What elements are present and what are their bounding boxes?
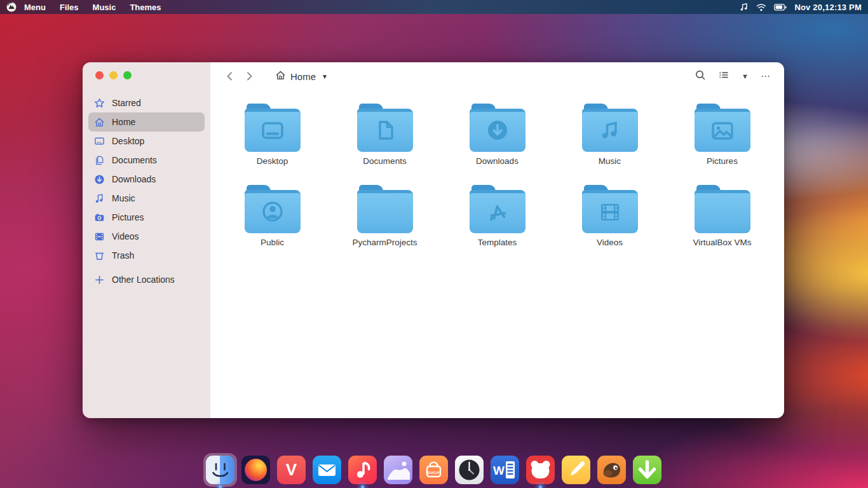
downloader-icon — [633, 456, 661, 484]
distro-logo-icon[interactable] — [6, 2, 17, 12]
sidebar-item-home[interactable]: Home — [88, 112, 205, 132]
dock-notes[interactable] — [562, 456, 590, 484]
location-breadcrumb[interactable]: Home ▼ — [275, 70, 328, 83]
folder-music[interactable]: Music — [553, 104, 666, 166]
dock-clock[interactable] — [455, 456, 484, 484]
top-menu-bar: Menu Files Music Themes Nov 20,12:13 PM — [0, 0, 868, 14]
menubar-item-themes[interactable]: Themes — [130, 3, 161, 12]
sidebar-item-videos[interactable]: Videos — [88, 227, 205, 246]
document-emblem-icon — [370, 117, 400, 147]
plus-icon — [94, 274, 105, 285]
running-indicator — [219, 485, 222, 488]
folder-documents[interactable]: Documents — [329, 104, 441, 166]
music-emblem-icon — [595, 117, 625, 147]
sidebar-item-desktop[interactable]: Desktop — [88, 132, 205, 151]
music-note-icon — [94, 193, 105, 204]
folder-virtualbox-vms[interactable]: VirtualBox VMs — [666, 185, 778, 247]
folder-label: Downloads — [476, 156, 519, 166]
home-icon — [94, 117, 105, 128]
main-pane: Home ▼ ▼ ⋯ Desktop Docum — [210, 62, 784, 418]
folder-pictures[interactable]: Pictures — [666, 104, 778, 166]
menubar-item-files[interactable]: Files — [60, 3, 79, 12]
folder-icon — [582, 185, 638, 233]
vivaldi-icon: V — [277, 456, 306, 484]
panda-app-icon — [526, 456, 555, 484]
folder-label: Videos — [597, 238, 623, 247]
menubar-clock[interactable]: Nov 20,12:13 PM — [794, 3, 862, 12]
dock-photos[interactable] — [384, 456, 412, 484]
folder-label: Templates — [478, 238, 517, 247]
notes-icon — [562, 456, 590, 484]
camera-icon — [94, 212, 105, 223]
sidebar-item-downloads[interactable]: Downloads — [88, 170, 205, 189]
folder-desktop[interactable]: Desktop — [216, 104, 329, 166]
toolbar-actions: ▼ ⋯ — [695, 69, 771, 83]
dock-app-store[interactable]: SHOP — [419, 456, 448, 484]
list-view-button[interactable] — [718, 69, 729, 83]
sidebar-item-other-locations[interactable]: Other Locations — [88, 270, 205, 289]
window-controls — [83, 70, 210, 79]
folder-videos[interactable]: Videos — [553, 185, 666, 247]
forward-button[interactable] — [242, 69, 256, 83]
folder-icon — [582, 104, 638, 152]
folder-pycharmprojects[interactable]: PycharmProjects — [329, 185, 441, 247]
templates-emblem-icon — [483, 198, 512, 229]
folder-icon — [245, 185, 301, 233]
sidebar-item-label: Other Locations — [112, 274, 175, 285]
menubar-item-music[interactable]: Music — [93, 3, 116, 12]
close-button[interactable] — [95, 71, 104, 79]
trash-icon — [94, 250, 105, 261]
minimize-button[interactable] — [109, 71, 118, 79]
folder-templates[interactable]: Templates — [441, 185, 553, 247]
folder-icon — [470, 104, 526, 152]
back-button[interactable] — [223, 69, 237, 83]
mail-icon — [313, 456, 341, 484]
dock-mail[interactable] — [313, 456, 341, 484]
sidebar-item-starred[interactable]: Starred — [88, 93, 205, 112]
sidebar-list: Starred Home Desktop Documents Downloads — [83, 93, 210, 289]
svg-text:W: W — [493, 464, 505, 477]
shop-label: SHOP — [419, 471, 448, 475]
sidebar-item-label: Desktop — [112, 136, 144, 146]
dock-file-manager[interactable] — [206, 456, 234, 484]
view-options-button[interactable]: ▼ — [742, 72, 749, 80]
dock-downloader[interactable] — [633, 456, 661, 484]
sidebar-item-label: Documents — [112, 155, 157, 165]
maximize-button[interactable] — [123, 71, 132, 79]
sidebar-item-trash[interactable]: Trash — [88, 246, 205, 265]
status-tray: Nov 20,12:13 PM — [740, 3, 862, 12]
dock-firefox[interactable] — [241, 456, 270, 484]
sidebar-item-label: Starred — [112, 98, 141, 108]
sidebar-item-music[interactable]: Music — [88, 189, 205, 208]
dock-image-editor[interactable] — [597, 456, 626, 484]
menubar-item-menu[interactable]: Menu — [24, 3, 46, 12]
sidebar-item-label: Home — [112, 117, 135, 127]
image-emblem-icon — [708, 117, 737, 147]
folder-icon — [357, 185, 413, 233]
word-icon: W — [491, 456, 519, 484]
folder-label: Documents — [363, 156, 406, 166]
user-emblem-icon — [258, 198, 287, 229]
folder-public[interactable]: Public — [216, 185, 329, 247]
firefox-icon — [241, 456, 270, 484]
documents-icon — [94, 155, 105, 166]
sidebar-item-documents[interactable]: Documents — [88, 151, 205, 170]
sidebar-item-pictures[interactable]: Pictures — [88, 208, 205, 227]
running-indicator — [539, 485, 542, 488]
sidebar-item-label: Downloads — [112, 174, 156, 184]
music-note-icon[interactable] — [740, 3, 749, 11]
film-emblem-icon — [595, 198, 625, 229]
dock-vivaldi[interactable]: V — [277, 456, 306, 484]
battery-icon[interactable] — [774, 4, 787, 11]
folder-label: PycharmProjects — [352, 238, 417, 247]
dock-music-player[interactable] — [348, 456, 377, 484]
folder-downloads[interactable]: Downloads — [441, 104, 553, 166]
photos-icon — [384, 456, 412, 484]
search-button[interactable] — [695, 69, 706, 83]
music-player-icon — [348, 456, 377, 484]
image-editor-icon — [597, 456, 626, 484]
wifi-icon[interactable] — [756, 3, 766, 11]
folder-icon — [245, 104, 301, 152]
dock-word[interactable]: W — [491, 456, 519, 484]
dock-panda-app[interactable] — [526, 456, 555, 484]
